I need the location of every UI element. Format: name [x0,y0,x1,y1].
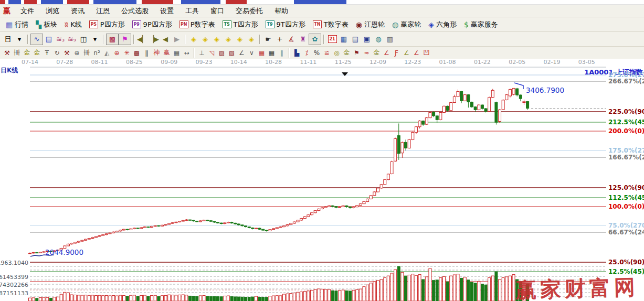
menu-item-1[interactable]: 浏览 [40,5,65,17]
web-export-icon[interactable]: ◍ [373,34,384,45]
menu-item-0[interactable]: 文件 [15,5,40,17]
grid-red-icon[interactable]: ▦ [257,48,267,57]
toolbar-button-kline[interactable]: ʬK线 [61,19,86,30]
percent-lines-icon[interactable]: ≌ [322,48,332,57]
kline-chart-area[interactable]: 07-1407-2808-1108-2509-0909-2310-1410-28… [0,59,644,301]
calendar-icon[interactable]: 21 [326,34,338,45]
shaded-fan-icon[interactable]: ▨ [217,48,227,57]
step-back-icon[interactable]: ◀ [160,34,171,45]
wave-3-icon[interactable]: ≋₃ [55,34,66,45]
grid-dark-icon[interactable]: ▦ [267,48,277,57]
9t-square-label: 9T四方形 [277,20,305,29]
pen-knife-icon[interactable]: ⚒ [2,48,12,57]
fan-lines-icon[interactable]: ◹ [207,48,217,57]
diamond-right-icon[interactable]: ◈ [199,34,211,45]
stat-columns-icon[interactable]: ▙ [292,48,302,57]
angle-gold-icon[interactable]: ∠ [402,48,411,57]
ying-tool-icon[interactable]: 赢 [162,48,172,57]
menu-item-5[interactable]: 设置 [154,5,180,17]
toolbar-button-hexagon[interactable]: ◈六角形 [425,19,460,30]
spiral-icon[interactable]: ↻ [52,48,62,57]
gann-circle-icon[interactable]: ⊕ [112,48,122,57]
parallel-lines-icon[interactable]: ∥ [277,48,287,57]
shaded-box-icon[interactable]: ▧ [227,48,237,57]
rect-gate-icon[interactable]: ⊥ [197,48,207,57]
menu-item-2[interactable]: 资讯 [65,5,90,17]
gann-tools-icon[interactable]: ∿ [30,34,43,45]
toolbar-button-t-square[interactable]: TST四方形 [219,19,262,30]
menu-item-8[interactable]: 交易委托 [230,5,269,17]
period-day-icon[interactable]: 日 [2,34,14,45]
angle-box-icon[interactable]: 凹 [421,48,431,57]
width-measure-icon[interactable]: ↔ [182,48,192,57]
percent-icon[interactable]: % [312,48,322,57]
brush-knife-icon[interactable]: ⚒ [62,48,72,57]
menu-item-6[interactable]: 工具 [180,5,205,17]
candle-tool-icon[interactable]: ◫ [78,34,89,45]
pagoda-tool-icon[interactable]: ♜ [297,34,309,45]
angle-f-icon[interactable]: Ƒ [392,48,402,57]
jump-first-icon[interactable]: ◀▏ [136,34,148,45]
angle-j-icon[interactable]: ∠ [382,48,392,57]
diamond-left-icon[interactable]: ◈ [188,34,199,45]
calculator-icon[interactable]: ▦ [338,34,350,45]
period-dropdown-arrow-icon[interactable]: ▾ [14,34,25,45]
pattern-box-icon[interactable]: ▩ [106,34,119,45]
toolbar-button-9p-square[interactable]: P99P四方形 [129,19,176,30]
n-square-icon[interactable]: n² [92,48,102,57]
toolbar-button-9t-square[interactable]: T99T四方形 [262,19,309,30]
toolbar-button-t-table[interactable]: TNT数字表 [309,19,352,30]
color-flag-icon[interactable]: ⚑ [119,34,131,45]
diamond-expand-icon[interactable]: ◈ [234,34,246,45]
toolbar-button-p-square[interactable]: PSP四方形 [86,19,129,30]
kline-chart-canvas[interactable]: 07-1407-2808-1108-2509-0909-2310-1410-28… [0,59,644,301]
toolbar-button-p-table[interactable]: PNP数字表 [176,19,219,30]
grid-123-icon[interactable]: ▦ [172,48,182,57]
zigzag-line-icon[interactable]: ∨ [247,48,257,57]
gold-line-2-icon[interactable]: 金 [372,48,382,57]
angle-tool-icon[interactable]: ∡ [286,34,297,45]
toolbar-button-winner-service[interactable]: $赢家服务 [460,19,502,30]
menu-item-7[interactable]: 窗口 [205,5,230,17]
gann-star-icon[interactable]: ✳ [122,48,132,57]
toolbar-button-winner-wheel[interactable]: ◍赢家轮 [388,19,425,30]
diary-icon[interactable]: ▤ [350,34,361,45]
gann-box-icon[interactable]: ▩ [132,48,142,57]
diamond-vertical-icon[interactable]: ◈ [223,34,234,45]
step-forward-icon[interactable]: ▶ [171,34,183,45]
gold-lines-icon[interactable]: 金 [342,48,352,57]
f-ruler-icon[interactable]: Ŧ [42,48,52,57]
shen-tool-icon[interactable]: 神 [152,48,162,57]
ruler-ticks-2-icon[interactable]: 卌 [82,48,92,57]
menu-item-3[interactable]: 江恩 [90,5,115,17]
gold-circle-icon[interactable]: ◎ [332,48,342,57]
diamond-move-icon[interactable]: ◈ [246,34,257,45]
crosshair-tool-icon[interactable]: + [274,34,286,45]
toolbar-button-quotes[interactable]: ▦行情 [2,19,32,30]
menu-item-9[interactable]: 帮助 [269,5,294,17]
note-pad-icon[interactable]: ▤ [43,34,55,45]
cycle-circle-icon[interactable]: ⊕ [72,48,82,57]
percent-fall-icon[interactable]: ⁒ [302,48,312,57]
trend-line-icon[interactable]: ∠ [237,48,247,57]
wave-9-icon[interactable]: ≋₉ [66,34,78,45]
diamond-horizontal-icon[interactable]: ◈ [211,34,223,45]
wave-band-icon[interactable]: ≈ [362,48,372,57]
toolbar-button-gann-wheel[interactable]: ◉江恩轮 [352,19,388,30]
brush-flag-icon[interactable]: ⚑ [352,48,362,57]
volume-bar [112,296,115,301]
hand-tool-icon[interactable]: ☛ [262,34,274,45]
toolbar-button-sectors[interactable]: ▚板块 [32,19,61,30]
mirror-angle-icon[interactable]: ◭ [102,48,112,57]
save-icon[interactable]: ▣ [361,34,373,45]
kline-mark-icon[interactable]: ǁ [142,48,152,57]
candle-dropdown-arrow-icon[interactable]: ▾ [89,34,101,45]
gold-gann-2-icon[interactable]: 金 [32,48,42,57]
angle-shen-icon[interactable]: ∠ [411,48,421,57]
cloud-tool-icon[interactable]: ✿ [309,34,321,45]
jump-last-icon[interactable]: ▕▶ [148,34,160,45]
gold-gann-1-icon[interactable]: 金 [22,48,32,57]
menu-item-4[interactable]: 公式选股 [115,5,154,17]
print-icon[interactable]: ▥ [384,34,396,45]
ruler-ticks-icon[interactable]: 卌 [12,48,22,57]
